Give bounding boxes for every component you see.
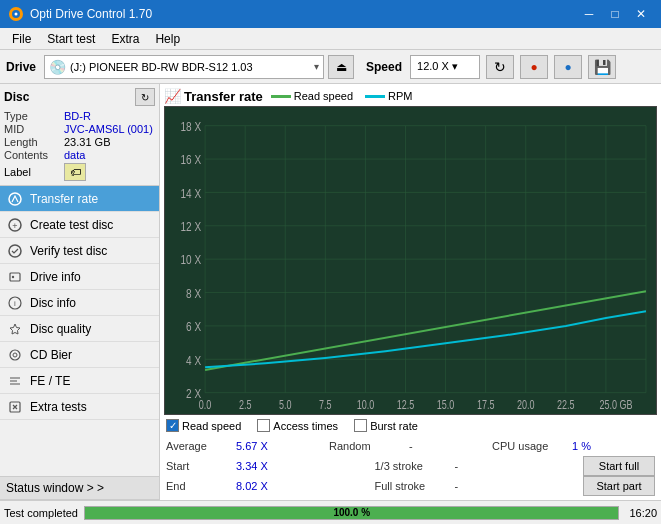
svg-text:25.0 GB: 25.0 GB [599, 397, 632, 411]
nav-disc-quality-label: Disc quality [30, 322, 91, 336]
disc-type-label: Type [4, 110, 64, 122]
maximize-button[interactable]: □ [603, 4, 627, 24]
one-third-stroke-value: - [455, 460, 485, 472]
end-value: 8.02 X [236, 480, 281, 492]
nav-drive-info[interactable]: Drive info [0, 264, 159, 290]
disc-label-icon-button[interactable]: 🏷 [64, 163, 86, 181]
record-button[interactable]: ● [520, 55, 548, 79]
full-stroke-label: Full stroke [375, 480, 455, 492]
access-times-checkbox[interactable] [257, 419, 270, 432]
read-speed-checkbox[interactable]: ✓ [166, 419, 179, 432]
legend-rpm: RPM [365, 90, 412, 102]
disc-contents-value: data [64, 149, 85, 161]
average-value: 5.67 X [236, 440, 281, 452]
stats-row-3: End 8.02 X Full stroke - Start part [166, 476, 655, 496]
start-stat: Start 3.34 X [166, 460, 375, 472]
drive-disc-icon: 💿 [49, 59, 66, 75]
chart-title-bar: 📈 Transfer rate Read speed RPM [164, 88, 657, 104]
save-button[interactable]: 💾 [588, 55, 616, 79]
eject-button[interactable]: ⏏ [328, 55, 354, 79]
settings-button[interactable]: ● [554, 55, 582, 79]
disc-mid-value: JVC-AMS6L (001) [64, 123, 153, 135]
menu-file[interactable]: File [4, 30, 39, 48]
svg-text:+: + [12, 221, 17, 231]
legend-rpm-label: RPM [388, 90, 412, 102]
nav-transfer-rate[interactable]: Transfer rate [0, 186, 159, 212]
drive-label: Drive [6, 60, 36, 74]
legend-read-speed-label: Read speed [294, 90, 353, 102]
stats-area: Average 5.67 X Random - CPU usage 1 % St… [164, 436, 657, 496]
cd-bier-icon [6, 346, 24, 364]
status-window-button[interactable]: Status window > > [0, 476, 159, 500]
cpu-usage-value: 1 % [572, 440, 612, 452]
cpu-usage-stat: CPU usage 1 % [492, 440, 655, 452]
minimize-button[interactable]: ─ [577, 4, 601, 24]
speed-select-dropdown[interactable]: 12.0 X ▾ [410, 55, 480, 79]
checkbox-read-speed[interactable]: ✓ Read speed [166, 419, 241, 432]
nav-cd-bier-label: CD Bier [30, 348, 72, 362]
disc-refresh-button[interactable]: ↻ [135, 88, 155, 106]
save-icon: 💾 [594, 59, 611, 75]
drive-select-dropdown[interactable]: 💿 (J:) PIONEER BD-RW BDR-S12 1.03 ▾ [44, 55, 324, 79]
start-label: Start [166, 460, 236, 472]
drive-dropdown-arrow: ▾ [314, 61, 319, 72]
svg-text:i: i [14, 299, 16, 308]
svg-text:8 X: 8 X [186, 285, 201, 301]
transfer-rate-icon [6, 190, 24, 208]
nav-verify-test-disc-label: Verify test disc [30, 244, 107, 258]
svg-text:0.0: 0.0 [199, 397, 212, 411]
menu-start-test[interactable]: Start test [39, 30, 103, 48]
disc-mid-row: MID JVC-AMS6L (001) [4, 123, 155, 135]
disc-length-value: 23.31 GB [64, 136, 110, 148]
eject-icon: ⏏ [336, 60, 347, 74]
burst-rate-checkbox[interactable] [354, 419, 367, 432]
nav-extra-tests[interactable]: Extra tests [0, 394, 159, 420]
svg-point-11 [10, 350, 20, 360]
nav-create-test-disc-label: Create test disc [30, 218, 113, 232]
settings-icon: ● [564, 60, 571, 74]
stats-row-1: Average 5.67 X Random - CPU usage 1 % [166, 436, 655, 456]
start-full-button[interactable]: Start full [583, 456, 655, 476]
disc-type-row: Type BD-R [4, 110, 155, 122]
close-button[interactable]: ✕ [629, 4, 653, 24]
checkbox-access-times[interactable]: Access times [257, 419, 338, 432]
disc-mid-label: MID [4, 123, 64, 135]
nav-fe-te[interactable]: FE / TE [0, 368, 159, 394]
nav-extra-tests-label: Extra tests [30, 400, 87, 414]
svg-rect-7 [10, 273, 20, 281]
svg-point-2 [15, 13, 18, 16]
record-icon: ● [530, 60, 537, 74]
average-stat: Average 5.67 X [166, 440, 329, 452]
nav-cd-bier[interactable]: CD Bier [0, 342, 159, 368]
nav-disc-info[interactable]: i Disc info [0, 290, 159, 316]
nav-disc-quality[interactable]: Disc quality [0, 316, 159, 342]
checkbox-burst-rate[interactable]: Burst rate [354, 419, 418, 432]
start-part-button[interactable]: Start part [583, 476, 655, 496]
nav-verify-test-disc[interactable]: Verify test disc [0, 238, 159, 264]
svg-text:4 X: 4 X [186, 352, 201, 368]
disc-section: Disc ↻ Type BD-R MID JVC-AMS6L (001) Len… [0, 84, 159, 186]
legend-read-speed: Read speed [271, 90, 353, 102]
disc-refresh-icon: ↻ [141, 92, 149, 103]
cpu-usage-label: CPU usage [492, 440, 572, 452]
disc-length-row: Length 23.31 GB [4, 136, 155, 148]
svg-point-8 [12, 275, 14, 277]
start-value: 3.34 X [236, 460, 281, 472]
menu-help[interactable]: Help [147, 30, 188, 48]
menu-bar: File Start test Extra Help [0, 28, 661, 50]
svg-text:5.0: 5.0 [279, 397, 292, 411]
menu-extra[interactable]: Extra [103, 30, 147, 48]
refresh-button[interactable]: ↻ [486, 55, 514, 79]
svg-text:16 X: 16 X [180, 152, 201, 168]
title-bar: Opti Drive Control 1.70 ─ □ ✕ [0, 0, 661, 28]
svg-point-6 [9, 245, 21, 257]
create-test-disc-icon: + [6, 216, 24, 234]
disc-label-label: Label [4, 166, 64, 178]
drive-info-icon [6, 268, 24, 286]
svg-point-12 [13, 353, 17, 357]
disc-info-icon: i [6, 294, 24, 312]
checkbox-row: ✓ Read speed Access times Burst rate [164, 415, 657, 436]
nav-create-test-disc[interactable]: + Create test disc [0, 212, 159, 238]
chart-icon: 📈 [164, 88, 180, 104]
window-title: Opti Drive Control 1.70 [30, 7, 577, 21]
